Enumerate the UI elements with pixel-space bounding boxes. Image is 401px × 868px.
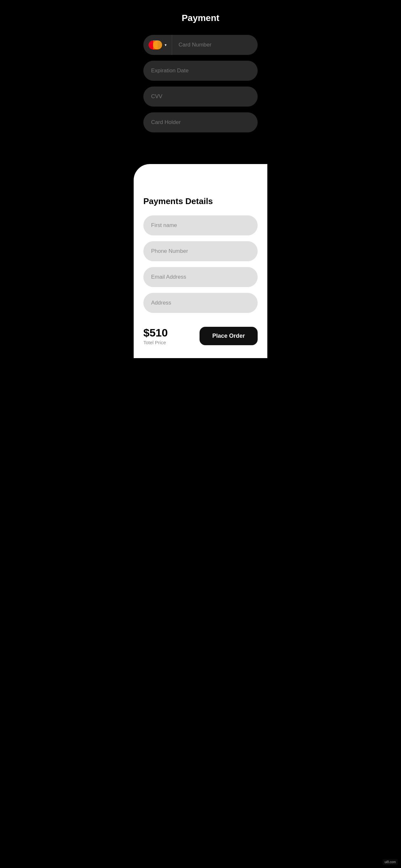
payments-details-title: Payments Details xyxy=(143,196,258,206)
card-holder-input[interactable] xyxy=(143,119,258,126)
page-wrapper: Payment ▼ Pay xyxy=(134,0,267,358)
phone-number-field xyxy=(143,241,258,261)
phone-number-input[interactable] xyxy=(143,248,258,254)
mastercard-icon xyxy=(149,40,162,50)
card-holder-field xyxy=(143,113,258,132)
address-input[interactable] xyxy=(143,300,258,306)
first-name-field xyxy=(143,215,258,236)
email-input[interactable] xyxy=(143,274,258,280)
page-title: Payment xyxy=(143,13,258,23)
place-order-button[interactable]: Place Order xyxy=(199,327,258,345)
expiration-date-input[interactable] xyxy=(143,67,258,74)
card-number-input[interactable] xyxy=(172,42,258,48)
price-section: $510 Totel Price xyxy=(143,327,168,345)
email-field xyxy=(143,267,258,287)
expiration-date-field xyxy=(143,61,258,81)
bottom-section: Payments Details $510 Totel Price Place … xyxy=(134,183,267,358)
chevron-down-icon: ▼ xyxy=(164,43,167,47)
curve-transition xyxy=(134,164,267,183)
first-name-input[interactable] xyxy=(143,222,258,228)
top-section: Payment ▼ xyxy=(134,0,267,164)
card-type-selector[interactable]: ▼ xyxy=(143,35,172,55)
address-field xyxy=(143,293,258,313)
bottom-bar: $510 Totel Price Place Order xyxy=(143,319,258,348)
cvv-input[interactable] xyxy=(143,93,258,100)
mc-circle-right xyxy=(153,40,162,50)
cvv-field xyxy=(143,87,258,106)
card-number-field: ▼ xyxy=(143,35,258,55)
price-amount: $510 xyxy=(143,327,168,339)
price-label: Totel Price xyxy=(143,340,168,345)
